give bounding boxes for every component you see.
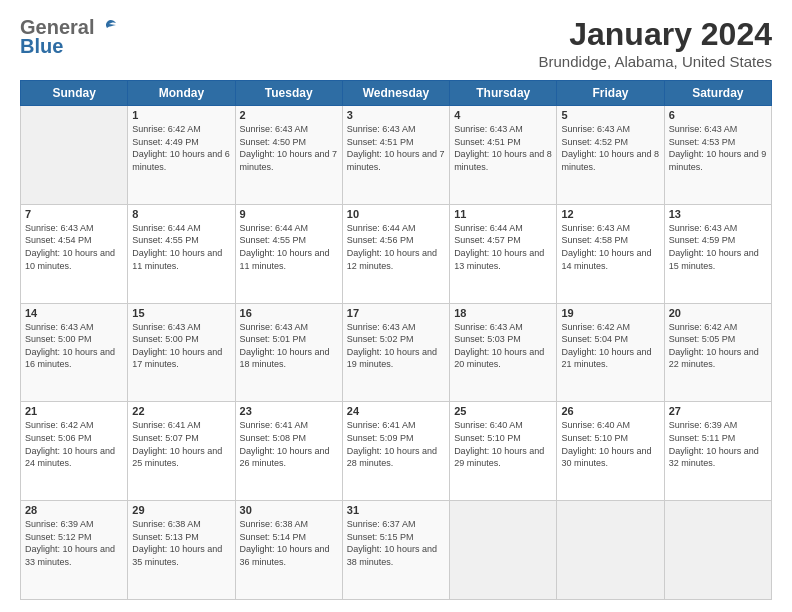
- day-number: 5: [561, 109, 659, 121]
- calendar-cell: 12 Sunrise: 6:43 AMSunset: 4:58 PMDaylig…: [557, 204, 664, 303]
- calendar-cell: 25 Sunrise: 6:40 AMSunset: 5:10 PMDaylig…: [450, 402, 557, 501]
- calendar-cell: 20 Sunrise: 6:42 AMSunset: 5:05 PMDaylig…: [664, 303, 771, 402]
- day-number: 6: [669, 109, 767, 121]
- calendar-cell: 11 Sunrise: 6:44 AMSunset: 4:57 PMDaylig…: [450, 204, 557, 303]
- day-info: Sunrise: 6:43 AMSunset: 5:00 PMDaylight:…: [132, 321, 230, 371]
- calendar-cell: 23 Sunrise: 6:41 AMSunset: 5:08 PMDaylig…: [235, 402, 342, 501]
- day-number: 14: [25, 307, 123, 319]
- day-info: Sunrise: 6:43 AMSunset: 5:03 PMDaylight:…: [454, 321, 552, 371]
- day-number: 23: [240, 405, 338, 417]
- day-info: Sunrise: 6:42 AMSunset: 5:05 PMDaylight:…: [669, 321, 767, 371]
- calendar-cell: 7 Sunrise: 6:43 AMSunset: 4:54 PMDayligh…: [21, 204, 128, 303]
- day-number: 20: [669, 307, 767, 319]
- day-number: 8: [132, 208, 230, 220]
- day-info: Sunrise: 6:39 AMSunset: 5:11 PMDaylight:…: [669, 419, 767, 469]
- calendar-cell: 13 Sunrise: 6:43 AMSunset: 4:59 PMDaylig…: [664, 204, 771, 303]
- calendar-day-header: Monday: [128, 81, 235, 106]
- calendar-cell: 16 Sunrise: 6:43 AMSunset: 5:01 PMDaylig…: [235, 303, 342, 402]
- logo-blue-text: Blue: [20, 35, 63, 58]
- day-number: 10: [347, 208, 445, 220]
- day-number: 30: [240, 504, 338, 516]
- calendar-cell: 29 Sunrise: 6:38 AMSunset: 5:13 PMDaylig…: [128, 501, 235, 600]
- calendar-cell: 14 Sunrise: 6:43 AMSunset: 5:00 PMDaylig…: [21, 303, 128, 402]
- day-number: 29: [132, 504, 230, 516]
- calendar-header-row: SundayMondayTuesdayWednesdayThursdayFrid…: [21, 81, 772, 106]
- calendar-cell: 28 Sunrise: 6:39 AMSunset: 5:12 PMDaylig…: [21, 501, 128, 600]
- day-number: 26: [561, 405, 659, 417]
- calendar-table: SundayMondayTuesdayWednesdayThursdayFrid…: [20, 80, 772, 600]
- day-number: 22: [132, 405, 230, 417]
- page-subtitle: Brundidge, Alabama, United States: [539, 53, 772, 70]
- calendar-cell: [450, 501, 557, 600]
- calendar-cell: [21, 106, 128, 205]
- day-number: 7: [25, 208, 123, 220]
- calendar-cell: 2 Sunrise: 6:43 AMSunset: 4:50 PMDayligh…: [235, 106, 342, 205]
- calendar-cell: 17 Sunrise: 6:43 AMSunset: 5:02 PMDaylig…: [342, 303, 449, 402]
- day-number: 4: [454, 109, 552, 121]
- day-info: Sunrise: 6:43 AMSunset: 5:02 PMDaylight:…: [347, 321, 445, 371]
- calendar-cell: 22 Sunrise: 6:41 AMSunset: 5:07 PMDaylig…: [128, 402, 235, 501]
- day-number: 17: [347, 307, 445, 319]
- day-number: 28: [25, 504, 123, 516]
- page-title: January 2024: [539, 16, 772, 53]
- day-info: Sunrise: 6:43 AMSunset: 4:52 PMDaylight:…: [561, 123, 659, 173]
- day-number: 27: [669, 405, 767, 417]
- day-number: 1: [132, 109, 230, 121]
- calendar-week-row: 1 Sunrise: 6:42 AMSunset: 4:49 PMDayligh…: [21, 106, 772, 205]
- logo-bird-icon: [96, 17, 118, 39]
- day-number: 21: [25, 405, 123, 417]
- calendar-day-header: Thursday: [450, 81, 557, 106]
- day-info: Sunrise: 6:38 AMSunset: 5:13 PMDaylight:…: [132, 518, 230, 568]
- calendar-cell: 6 Sunrise: 6:43 AMSunset: 4:53 PMDayligh…: [664, 106, 771, 205]
- calendar-cell: 21 Sunrise: 6:42 AMSunset: 5:06 PMDaylig…: [21, 402, 128, 501]
- calendar-cell: 24 Sunrise: 6:41 AMSunset: 5:09 PMDaylig…: [342, 402, 449, 501]
- calendar-cell: [664, 501, 771, 600]
- calendar-cell: 27 Sunrise: 6:39 AMSunset: 5:11 PMDaylig…: [664, 402, 771, 501]
- day-info: Sunrise: 6:40 AMSunset: 5:10 PMDaylight:…: [454, 419, 552, 469]
- day-info: Sunrise: 6:43 AMSunset: 4:58 PMDaylight:…: [561, 222, 659, 272]
- day-info: Sunrise: 6:43 AMSunset: 4:51 PMDaylight:…: [347, 123, 445, 173]
- day-info: Sunrise: 6:37 AMSunset: 5:15 PMDaylight:…: [347, 518, 445, 568]
- calendar-week-row: 28 Sunrise: 6:39 AMSunset: 5:12 PMDaylig…: [21, 501, 772, 600]
- day-info: Sunrise: 6:38 AMSunset: 5:14 PMDaylight:…: [240, 518, 338, 568]
- header: General Blue January 2024 Brundidge, Ala…: [20, 16, 772, 70]
- day-info: Sunrise: 6:44 AMSunset: 4:55 PMDaylight:…: [240, 222, 338, 272]
- calendar-cell: 3 Sunrise: 6:43 AMSunset: 4:51 PMDayligh…: [342, 106, 449, 205]
- calendar-cell: 15 Sunrise: 6:43 AMSunset: 5:00 PMDaylig…: [128, 303, 235, 402]
- title-block: January 2024 Brundidge, Alabama, United …: [539, 16, 772, 70]
- day-info: Sunrise: 6:41 AMSunset: 5:07 PMDaylight:…: [132, 419, 230, 469]
- day-number: 9: [240, 208, 338, 220]
- day-info: Sunrise: 6:43 AMSunset: 4:59 PMDaylight:…: [669, 222, 767, 272]
- logo: General Blue: [20, 16, 118, 58]
- day-info: Sunrise: 6:43 AMSunset: 4:50 PMDaylight:…: [240, 123, 338, 173]
- calendar-day-header: Wednesday: [342, 81, 449, 106]
- day-number: 3: [347, 109, 445, 121]
- day-number: 2: [240, 109, 338, 121]
- day-number: 18: [454, 307, 552, 319]
- day-number: 25: [454, 405, 552, 417]
- calendar-week-row: 21 Sunrise: 6:42 AMSunset: 5:06 PMDaylig…: [21, 402, 772, 501]
- day-number: 12: [561, 208, 659, 220]
- calendar-cell: 9 Sunrise: 6:44 AMSunset: 4:55 PMDayligh…: [235, 204, 342, 303]
- day-number: 31: [347, 504, 445, 516]
- calendar-cell: 1 Sunrise: 6:42 AMSunset: 4:49 PMDayligh…: [128, 106, 235, 205]
- day-info: Sunrise: 6:44 AMSunset: 4:56 PMDaylight:…: [347, 222, 445, 272]
- day-info: Sunrise: 6:42 AMSunset: 5:06 PMDaylight:…: [25, 419, 123, 469]
- calendar-day-header: Tuesday: [235, 81, 342, 106]
- day-info: Sunrise: 6:42 AMSunset: 5:04 PMDaylight:…: [561, 321, 659, 371]
- day-number: 13: [669, 208, 767, 220]
- day-info: Sunrise: 6:43 AMSunset: 4:54 PMDaylight:…: [25, 222, 123, 272]
- calendar-day-header: Saturday: [664, 81, 771, 106]
- calendar-day-header: Friday: [557, 81, 664, 106]
- calendar-cell: [557, 501, 664, 600]
- calendar-cell: 31 Sunrise: 6:37 AMSunset: 5:15 PMDaylig…: [342, 501, 449, 600]
- day-number: 16: [240, 307, 338, 319]
- calendar-cell: 5 Sunrise: 6:43 AMSunset: 4:52 PMDayligh…: [557, 106, 664, 205]
- day-number: 19: [561, 307, 659, 319]
- day-number: 24: [347, 405, 445, 417]
- calendar-cell: 8 Sunrise: 6:44 AMSunset: 4:55 PMDayligh…: [128, 204, 235, 303]
- day-info: Sunrise: 6:41 AMSunset: 5:08 PMDaylight:…: [240, 419, 338, 469]
- calendar-day-header: Sunday: [21, 81, 128, 106]
- day-number: 11: [454, 208, 552, 220]
- day-info: Sunrise: 6:44 AMSunset: 4:57 PMDaylight:…: [454, 222, 552, 272]
